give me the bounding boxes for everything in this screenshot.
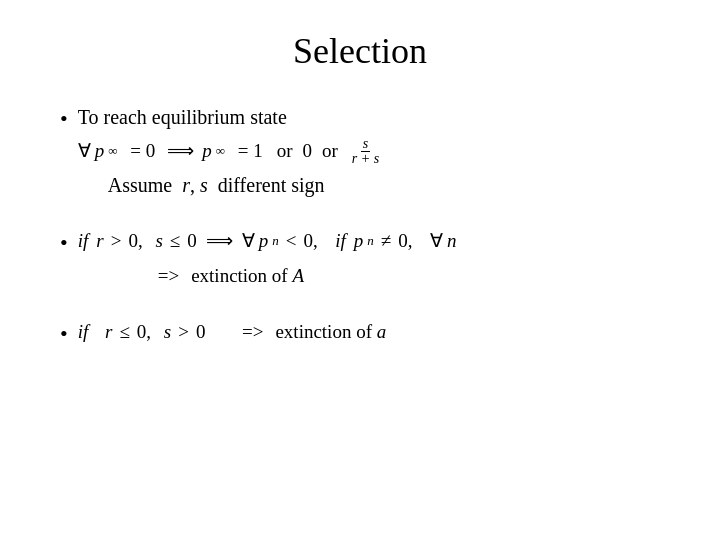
extinction-A-line: => extinction of A	[78, 261, 457, 291]
bullet1-intro: To reach equilibrium state	[78, 102, 384, 132]
bullet-dot-2: •	[60, 228, 68, 259]
zero-1: 0,	[128, 226, 142, 256]
n-var: n	[447, 226, 457, 256]
zero-5: 0,	[137, 317, 151, 347]
if-keyword-2: if	[335, 226, 346, 256]
p-inf2-sub: ∞	[216, 141, 225, 162]
extinction-A-text: extinction of A	[191, 261, 304, 291]
zero-val: 0	[303, 136, 313, 166]
leq-sign: ≤	[170, 226, 180, 256]
pn-sub: n	[272, 231, 279, 252]
s-var: s	[200, 174, 208, 196]
pn-var: p	[259, 226, 269, 256]
bullet-item-1: • To reach equilibrium state ∀p∞ = 0 ⟹ p…	[60, 102, 670, 200]
neq-sign: ≠	[381, 226, 391, 256]
fraction-denominator: r + s	[350, 152, 381, 166]
bullet-content-3: if r ≤ 0, s > 0 => extinction of a	[78, 317, 387, 347]
equals-zero: = 0	[125, 136, 155, 166]
s-gt-0: s	[164, 317, 171, 347]
zero-3: 0,	[303, 226, 317, 256]
forall-symbol: ∀	[78, 136, 91, 166]
r-leq-0: r	[105, 317, 112, 347]
equilibrium-math-line: ∀p∞ = 0 ⟹ p∞ = 1 or 0 or s r + s	[78, 136, 384, 166]
extinction-a-text: extinction of a	[275, 317, 386, 347]
zero-2: 0	[187, 226, 197, 256]
bullet-dot-3: •	[60, 319, 68, 350]
if-keyword-3: if	[78, 317, 89, 347]
s-var-2: s	[155, 226, 162, 256]
slide: Selection • To reach equilibrium state ∀…	[0, 0, 720, 540]
implies2: ⟹	[206, 226, 233, 256]
pn-sub2: n	[367, 231, 374, 252]
p-inf: p	[95, 136, 105, 166]
bullet-content-1: To reach equilibrium state ∀p∞ = 0 ⟹ p∞ …	[78, 102, 384, 200]
bullet-content-2: if r > 0, s ≤ 0 ⟹ ∀pn < 0, if pn ≠	[78, 226, 457, 291]
p-inf2: p	[202, 136, 212, 166]
condition1-line: if r > 0, s ≤ 0 ⟹ ∀pn < 0, if pn ≠	[78, 226, 457, 256]
forall2: ∀	[242, 226, 255, 256]
zero-6: 0	[196, 317, 206, 347]
pn-var2: p	[354, 226, 364, 256]
lt-zero: <	[286, 226, 297, 256]
gt-sign: >	[111, 226, 122, 256]
equals-one: = 1	[233, 136, 263, 166]
leq-sign2: ≤	[119, 317, 129, 347]
condition2-line: if r ≤ 0, s > 0 => extinction of a	[78, 317, 387, 347]
bullet-dot-1: •	[60, 104, 68, 135]
r-var: r	[182, 174, 190, 196]
or1: or	[277, 136, 293, 166]
bullet-item-3: • if r ≤ 0, s > 0 => extinction of a	[60, 317, 670, 350]
arrow-A: =>	[158, 261, 179, 291]
r-gt-0: r	[96, 226, 103, 256]
arrow-a: =>	[242, 317, 263, 347]
zero-4: 0,	[398, 226, 412, 256]
slide-title: Selection	[50, 30, 670, 72]
if-keyword-1: if	[78, 226, 89, 256]
forall3: ∀	[430, 226, 443, 256]
content-area: • To reach equilibrium state ∀p∞ = 0 ⟹ p…	[50, 102, 670, 350]
bullet-item-2: • if r > 0, s ≤ 0 ⟹ ∀pn < 0, i	[60, 226, 670, 291]
or2: or	[322, 136, 338, 166]
fraction-s-over-rpluss: s r + s	[350, 137, 381, 166]
fraction-numerator: s	[361, 137, 370, 152]
assume-line: Assume r, s different sign	[78, 170, 384, 200]
implies-symbol: ⟹	[167, 136, 194, 166]
p-inf-sub: ∞	[108, 141, 117, 162]
gt-sign2: >	[178, 317, 189, 347]
